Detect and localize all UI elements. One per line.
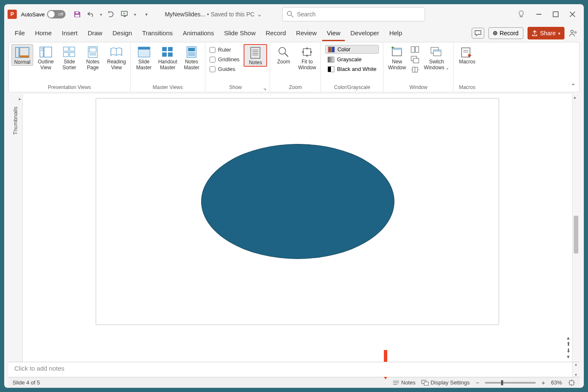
tab-developer[interactable]: Developer [346, 27, 383, 41]
move-split-button[interactable] [410, 65, 420, 74]
zoom-in-button[interactable]: + [541, 379, 545, 386]
tab-animations[interactable]: Animations [178, 27, 218, 41]
workspace: ▸ Thumbnails ▲ ⬆ ⬇ ▼ ▴ [8, 94, 580, 362]
undo-button[interactable] [87, 10, 95, 18]
comments-button[interactable] [472, 28, 484, 39]
ruler-checkbox[interactable]: Ruler [210, 47, 239, 53]
collapse-ribbon-button[interactable]: ⌃ [570, 82, 576, 90]
svg-rect-29 [138, 47, 150, 50]
color-mode-button[interactable]: Color [325, 45, 379, 54]
title-bar: P AutoSave Off ▾ ▾ ▾ MyNewSlide [4, 4, 584, 24]
bw-mode-button[interactable]: Black and White [325, 65, 379, 73]
svg-rect-18 [44, 47, 52, 57]
thumbnails-pane[interactable]: ▸ Thumbnails [8, 94, 23, 362]
vertical-scrollbar[interactable]: ▴ [572, 94, 580, 362]
share-button[interactable]: Share▾ [528, 27, 564, 39]
status-bar: Slide 4 of 5 Notes Display Settings − + … [8, 377, 580, 388]
tab-help[interactable]: Help [385, 27, 407, 41]
tab-record[interactable]: Record [261, 27, 290, 41]
fit-to-window-button[interactable]: Fit to Window [296, 44, 318, 71]
normal-view-button[interactable]: Normal [11, 44, 33, 66]
zoom-out-button[interactable]: − [475, 379, 479, 386]
tab-design[interactable]: Design [108, 27, 137, 41]
record-icon [493, 31, 497, 35]
svg-rect-57 [433, 50, 441, 52]
tab-view[interactable]: View [322, 27, 345, 41]
scroll-down-arrow[interactable]: ▼ [566, 354, 571, 359]
tab-slideshow[interactable]: Slide Show [219, 27, 260, 41]
tab-transitions[interactable]: Transitions [137, 27, 177, 41]
slide-canvas-area: ▲ ⬆ ⬇ ▼ [23, 94, 572, 362]
zoom-level[interactable]: 63% [551, 379, 562, 386]
svg-rect-21 [63, 52, 68, 57]
fit-to-window-status-button[interactable] [568, 379, 575, 386]
ellipse-shape[interactable] [201, 144, 394, 259]
from-beginning-button[interactable] [121, 10, 129, 18]
svg-rect-39 [251, 47, 260, 58]
svg-line-45 [285, 53, 288, 57]
display-settings-button[interactable]: Display Settings [421, 379, 470, 386]
svg-rect-7 [553, 12, 558, 17]
tab-review[interactable]: Review [291, 27, 321, 41]
svg-rect-35 [188, 48, 195, 51]
notes-master-button[interactable]: Notes Master [181, 44, 202, 71]
ribbon: Normal Outline View Slide Sorter Notes P… [8, 42, 580, 92]
guides-checkbox[interactable]: Guides [210, 66, 239, 72]
app-icon: P [8, 10, 17, 19]
reading-view-button[interactable]: Reading View [105, 44, 128, 71]
zoom-button[interactable]: Zoom [273, 44, 294, 65]
tab-file[interactable]: File [10, 27, 29, 41]
qat-customize[interactable]: ▾ [145, 12, 148, 17]
outline-view-button[interactable]: Outline View [35, 44, 57, 71]
status-notes-button[interactable]: Notes [393, 379, 415, 386]
tab-insert[interactable]: Insert [57, 27, 82, 41]
undo-dropdown[interactable]: ▾ [100, 12, 102, 17]
notes-toggle-button[interactable]: Notes [244, 44, 267, 67]
cascade-button[interactable] [410, 55, 420, 64]
close-button[interactable] [570, 11, 575, 17]
macros-button[interactable]: Macros [456, 44, 478, 65]
save-button[interactable] [73, 10, 81, 18]
notes-scrollbar[interactable]: ▴▾ [572, 362, 580, 377]
svg-rect-20 [70, 47, 75, 51]
switch-windows-button[interactable]: Switch Windows ⌄ [422, 44, 451, 71]
tab-draw[interactable]: Draw [83, 27, 107, 41]
autosave-label: AutoSave [21, 11, 45, 18]
svg-rect-52 [413, 58, 419, 63]
svg-rect-46 [303, 49, 311, 55]
tab-home[interactable]: Home [30, 27, 56, 41]
slide-master-button[interactable]: Slide Master [133, 44, 155, 71]
svg-rect-30 [162, 47, 167, 51]
zoom-slider[interactable] [485, 382, 536, 384]
search-box[interactable]: Search [282, 7, 425, 21]
prev-slide-button[interactable]: ⬆ [566, 341, 571, 347]
arrange-all-button[interactable] [410, 45, 420, 54]
svg-rect-32 [162, 52, 167, 57]
slide-sorter-button[interactable]: Slide Sorter [58, 44, 80, 71]
account-button[interactable] [569, 29, 578, 37]
grayscale-mode-button[interactable]: Grayscale [325, 55, 379, 63]
maximize-button[interactable] [553, 11, 559, 17]
redo-button[interactable] [107, 10, 116, 18]
scroll-up-arrow[interactable]: ▲ [566, 335, 571, 340]
qat-dropdown[interactable]: ▾ [134, 12, 136, 17]
minimize-button[interactable] [536, 11, 542, 17]
svg-rect-49 [411, 47, 415, 52]
gridlines-checkbox[interactable]: Gridlines [210, 56, 239, 63]
next-slide-button[interactable]: ⬇ [566, 348, 571, 354]
new-window-button[interactable]: New Window [386, 44, 408, 71]
svg-rect-31 [168, 47, 173, 51]
svg-point-3 [287, 11, 291, 16]
show-dialog-launcher[interactable]: ↘ [263, 86, 266, 91]
slide[interactable] [96, 98, 499, 325]
handout-master-button[interactable]: Handout Master [157, 44, 179, 71]
slide-counter[interactable]: Slide 4 of 5 [13, 379, 40, 386]
tips-icon[interactable] [517, 10, 525, 18]
record-button[interactable]: Record [488, 27, 523, 39]
notes-page-button[interactable]: Notes Page [82, 44, 104, 71]
svg-rect-65 [424, 382, 428, 385]
notes-pane[interactable]: Click to add notes ▴▾ [8, 362, 580, 377]
doc-title[interactable]: MyNewSlides... • Saved to this PC ⌄ [165, 11, 262, 18]
expand-thumbnails-icon[interactable]: ▸ [19, 97, 21, 101]
autosave-toggle[interactable]: Off [47, 10, 66, 18]
